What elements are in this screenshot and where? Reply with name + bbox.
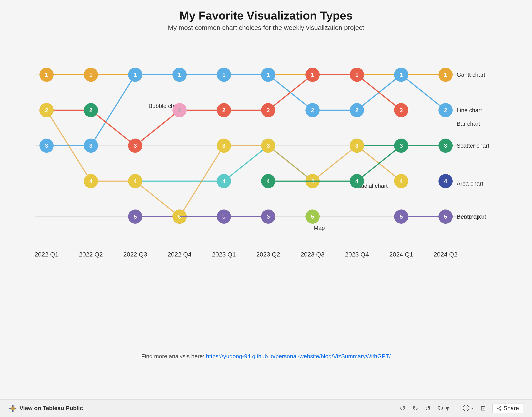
svg-text:2: 2 bbox=[267, 107, 270, 114]
svg-text:2022 Q2: 2022 Q2 bbox=[79, 251, 103, 258]
scatter-label: Scatter chart bbox=[457, 142, 490, 149]
svg-text:2: 2 bbox=[178, 107, 181, 114]
svg-text:3: 3 bbox=[355, 142, 358, 149]
svg-text:1: 1 bbox=[178, 71, 181, 78]
share-icon bbox=[497, 406, 502, 411]
area-label: Area chart bbox=[457, 180, 483, 187]
svg-text:2024 Q1: 2024 Q1 bbox=[389, 251, 413, 258]
svg-text:3: 3 bbox=[222, 142, 225, 149]
svg-text:5: 5 bbox=[311, 213, 314, 220]
svg-line-133 bbox=[268, 146, 313, 181]
svg-text:4: 4 bbox=[267, 178, 270, 184]
footer: Find more analysis here: https://yudong-… bbox=[141, 353, 391, 360]
bump-label: Bump chart bbox=[457, 213, 486, 220]
bump-chart-svg: 1 1 1 1 1 1 1 1 1 1 Gantt chart bbox=[22, 40, 510, 351]
line-label: Line chart bbox=[457, 107, 482, 114]
svg-text:4: 4 bbox=[400, 178, 403, 184]
svg-text:4: 4 bbox=[134, 178, 137, 184]
svg-text:2: 2 bbox=[400, 107, 403, 114]
svg-text:1: 1 bbox=[134, 71, 137, 78]
footer-link[interactable]: https://yudong-94.github.io/personal-web… bbox=[206, 353, 391, 360]
svg-text:2022 Q4: 2022 Q4 bbox=[167, 251, 191, 258]
chart-area: 1 1 1 1 1 1 1 1 1 1 Gantt chart bbox=[22, 40, 510, 351]
page-title: My Favorite Visualization Types bbox=[168, 9, 364, 22]
svg-text:2: 2 bbox=[89, 107, 93, 114]
svg-text:2023 Q4: 2023 Q4 bbox=[345, 251, 369, 258]
redo-icon[interactable]: ↻ bbox=[412, 404, 418, 413]
forward-icon[interactable]: ↻ ▾ bbox=[438, 404, 449, 413]
svg-text:3: 3 bbox=[45, 142, 48, 149]
svg-text:5: 5 bbox=[444, 213, 447, 220]
series-bar: Bar chart bbox=[457, 120, 480, 127]
back-icon[interactable]: ↺ bbox=[425, 404, 431, 413]
svg-line-180 bbox=[498, 407, 500, 408]
svg-text:4: 4 bbox=[444, 178, 447, 184]
svg-text:3: 3 bbox=[89, 142, 93, 149]
svg-text:1: 1 bbox=[311, 71, 314, 78]
svg-line-65 bbox=[135, 110, 179, 146]
svg-text:1: 1 bbox=[89, 71, 93, 78]
title-section: My Favorite Visualization Types My most … bbox=[168, 9, 364, 31]
bottom-controls: ↺ ↻ ↺ ↻ ▾ ⛶ ▾ ⊡ Share bbox=[400, 403, 523, 413]
svg-line-130 bbox=[135, 181, 179, 217]
series-area: 4 Area chart bbox=[438, 174, 483, 188]
svg-text:3: 3 bbox=[444, 142, 447, 149]
svg-line-100 bbox=[224, 146, 268, 181]
svg-text:1: 1 bbox=[444, 71, 447, 78]
svg-text:2: 2 bbox=[355, 107, 358, 114]
svg-text:1: 1 bbox=[45, 71, 48, 78]
bubble-pink: 2 bbox=[172, 103, 187, 117]
svg-text:3: 3 bbox=[267, 142, 270, 149]
svg-text:1: 1 bbox=[355, 71, 358, 78]
svg-text:5: 5 bbox=[400, 213, 403, 220]
svg-rect-176 bbox=[11, 407, 15, 410]
svg-text:2023 Q1: 2023 Q1 bbox=[212, 251, 236, 258]
gantt-label: Gantt chart bbox=[457, 71, 485, 78]
svg-text:2023 Q3: 2023 Q3 bbox=[301, 251, 324, 258]
series-map: 5 Map bbox=[305, 209, 325, 231]
svg-text:5: 5 bbox=[134, 213, 137, 220]
svg-text:2023 Q2: 2023 Q2 bbox=[256, 251, 280, 258]
svg-text:4: 4 bbox=[89, 178, 93, 184]
fullscreen-icon[interactable]: ⛶ ▾ bbox=[463, 405, 474, 412]
svg-point-177 bbox=[500, 406, 501, 407]
embed-icon[interactable]: ⊡ bbox=[480, 405, 486, 412]
tableau-logo: View on Tableau Public bbox=[9, 404, 83, 412]
tableau-icon bbox=[9, 404, 17, 412]
svg-text:2: 2 bbox=[444, 107, 447, 114]
svg-text:2022 Q3: 2022 Q3 bbox=[123, 251, 147, 258]
svg-point-179 bbox=[500, 409, 501, 411]
main-container: My Favorite Visualization Types My most … bbox=[0, 0, 532, 417]
share-button[interactable]: Share bbox=[492, 403, 523, 413]
svg-text:2: 2 bbox=[45, 107, 48, 114]
svg-text:4: 4 bbox=[222, 178, 226, 184]
svg-text:1: 1 bbox=[267, 71, 270, 78]
svg-text:2: 2 bbox=[222, 107, 225, 114]
svg-text:1: 1 bbox=[400, 71, 403, 78]
svg-text:2024 Q2: 2024 Q2 bbox=[434, 251, 457, 258]
svg-text:1: 1 bbox=[222, 71, 225, 78]
svg-text:2: 2 bbox=[311, 107, 314, 114]
svg-line-64 bbox=[91, 110, 135, 146]
svg-line-42 bbox=[401, 75, 446, 110]
svg-line-181 bbox=[498, 408, 500, 409]
svg-text:2022 Q1: 2022 Q1 bbox=[35, 251, 58, 258]
map-label: Map bbox=[314, 225, 325, 231]
series-orange-extra: 2 4 4 5 3 3 4 3 4 bbox=[40, 103, 408, 224]
series-scatter: 3 3 3 Scatter chart bbox=[350, 139, 490, 153]
bar-label: Bar chart bbox=[457, 120, 480, 127]
svg-text:3: 3 bbox=[134, 142, 137, 149]
bottom-bar: View on Tableau Public ↺ ↻ ↺ ↻ ▾ ⛶ ▾ ⊡ S… bbox=[0, 399, 532, 417]
svg-point-178 bbox=[497, 408, 499, 409]
svg-line-134 bbox=[313, 146, 357, 181]
svg-text:4: 4 bbox=[355, 178, 359, 184]
page-subtitle: My most common chart choices for the wee… bbox=[168, 24, 364, 31]
undo-icon[interactable]: ↺ bbox=[400, 404, 406, 413]
